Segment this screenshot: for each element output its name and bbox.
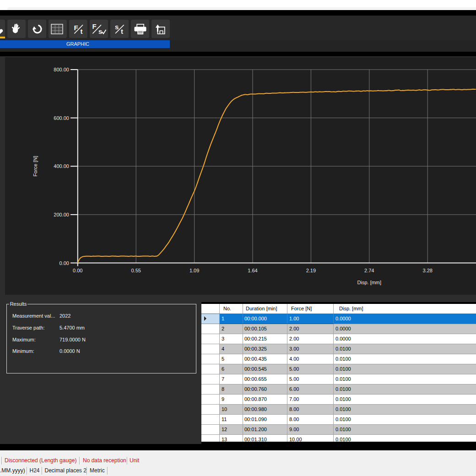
svg-text:800.00: 800.00 — [54, 67, 69, 72]
svg-text:0.55: 0.55 — [131, 268, 141, 273]
svg-text:2.74: 2.74 — [364, 268, 374, 273]
svg-text:1.64: 1.64 — [248, 268, 257, 273]
svg-text:0.00: 0.00 — [60, 260, 69, 266]
svg-text:200.00: 200.00 — [54, 212, 69, 217]
svg-text:3.28: 3.28 — [422, 268, 432, 273]
svg-text:Disp. [mm]: Disp. [mm] — [357, 280, 382, 285]
svg-text:600.00: 600.00 — [54, 115, 69, 121]
svg-text:0.00: 0.00 — [73, 268, 82, 273]
svg-text:400.00: 400.00 — [54, 163, 69, 169]
svg-text:1.09: 1.09 — [189, 268, 199, 273]
svg-text:Force [N]: Force [N] — [32, 156, 38, 176]
svg-text:2.19: 2.19 — [306, 268, 316, 273]
